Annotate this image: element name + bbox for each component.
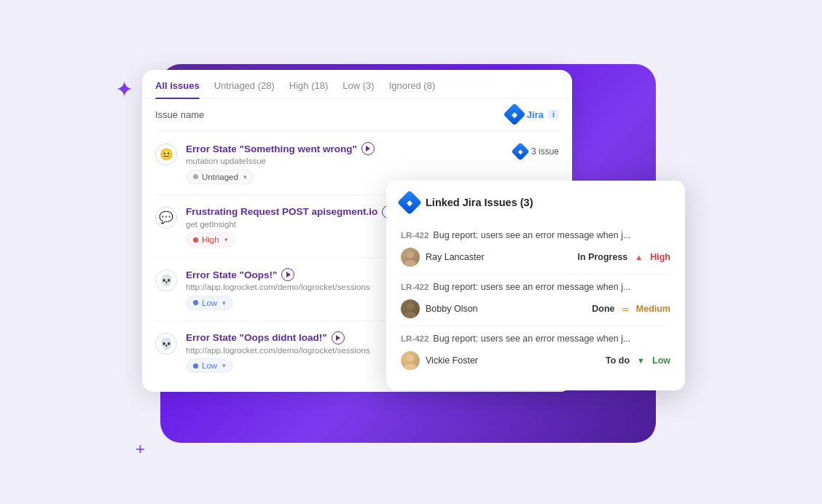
column-header: Issue name ◆ Jira i	[142, 99, 572, 128]
arrow-down-icon: ▼	[637, 356, 645, 365]
popup-title: Linked Jira Issues (3)	[426, 197, 533, 208]
plus-icon: +	[136, 440, 145, 459]
svg-point-5	[404, 363, 416, 370]
jira-popup: ◆ Linked Jira Issues (3) LR-422 Bug repo…	[386, 181, 685, 390]
play-triangle-icon	[286, 272, 291, 277]
badge-untriaged-1[interactable]: Untriaged ▾	[186, 170, 254, 184]
priority-badge-3: Low	[652, 355, 670, 366]
jira-badge: ◆ Jira i	[506, 106, 559, 122]
jira-issue-desc-3: Bug report: users see an error message w…	[433, 334, 630, 344]
arrow-up-icon: ▲	[635, 253, 643, 261]
issue-icon-1: 😐	[155, 143, 177, 165]
jira-assignee-2: Bobby Olson	[401, 299, 478, 318]
tab-untriaged[interactable]: Untriaged (28)	[214, 80, 275, 98]
issue-icon-3: 💀	[155, 269, 177, 291]
jira-status-1: In Progress	[578, 252, 628, 262]
svg-point-0	[407, 251, 414, 259]
badge-dot	[193, 300, 198, 305]
svg-point-4	[407, 355, 414, 362]
jira-label: Jira	[527, 109, 544, 120]
issue-subtitle-1: mutation updateIssue	[186, 157, 505, 165]
tab-all-issues[interactable]: All issues	[155, 80, 200, 98]
play-triangle-icon	[336, 335, 340, 341]
badge-dot	[193, 363, 198, 369]
jira-assignee-1: Ray Lancaster	[401, 248, 485, 267]
jira-status-priority-2: Done ═ Medium	[592, 304, 670, 315]
jira-issue-row-2: LR-422 Bug report: users see an error me…	[401, 275, 670, 326]
jira-info-badge: i	[548, 109, 559, 119]
jira-popup-diamond-icon: ◆	[397, 190, 422, 215]
play-triangle-icon	[366, 146, 370, 151]
tab-low[interactable]: Low (3)	[342, 80, 374, 98]
jira-status-priority-1: In Progress ▲ High	[578, 252, 670, 262]
tabs-bar: All issues Untriaged (28) High (18) Low …	[142, 70, 572, 99]
tab-high[interactable]: High (18)	[289, 80, 328, 98]
play-button-1[interactable]	[361, 142, 375, 155]
tab-ignored[interactable]: Ignored (8)	[389, 80, 436, 98]
jira-issue-desc-1: Bug report: users see an error message w…	[433, 230, 630, 240]
star-icon: ✦	[115, 79, 133, 102]
issue-title-1[interactable]: Error State "Something went wrong"	[186, 142, 505, 155]
jira-issue-id-2: LR-422	[401, 283, 428, 291]
badge-dot	[193, 237, 198, 243]
issue-content-1: Error State "Something went wrong" mutat…	[186, 142, 505, 184]
issue-icon-4: 💀	[155, 333, 177, 355]
jira-issue-id-1: LR-422	[401, 231, 428, 240]
svg-point-3	[404, 312, 416, 318]
chevron-down-icon: ▾	[222, 362, 226, 369]
jira-issue-desc-2: Bug report: users see an error message w…	[433, 282, 630, 292]
avatar-bobby	[401, 299, 420, 318]
jira-issue-meta-1: Ray Lancaster In Progress ▲ High	[401, 248, 670, 267]
jira-issue-id-3: LR-422	[401, 334, 428, 343]
jira-diamond-icon: ◆	[503, 103, 525, 125]
popup-header: ◆ Linked Jira Issues (3)	[401, 194, 670, 211]
svg-point-2	[407, 303, 414, 310]
svg-point-1	[404, 260, 416, 267]
jira-assignee-3: Vickie Foster	[401, 351, 478, 370]
divider-1	[155, 131, 559, 132]
issue-icon-2: 💬	[155, 207, 177, 229]
jira-issue-meta-3: Vickie Foster To do ▼ Low	[401, 351, 670, 370]
jira-issue-row-1: LR-422 Bug report: users see an error me…	[401, 223, 670, 275]
jira-issue-meta-2: Bobby Olson Done ═ Medium	[401, 299, 670, 318]
issue-name-column-label: Issue name	[155, 109, 204, 120]
jira-status-2: Done	[592, 304, 614, 314]
chevron-down-icon: ▾	[243, 173, 247, 181]
issue-right-1: ◆ 3 issue	[514, 142, 559, 158]
jira-issue-row-3: LR-422 Bug report: users see an error me…	[401, 326, 670, 377]
chevron-down-icon: ▾	[222, 299, 226, 307]
linked-count-1[interactable]: 3 issue	[531, 146, 559, 157]
badge-dot	[193, 174, 198, 179]
jira-diamond-small-icon: ◆	[511, 142, 529, 160]
badge-low-1[interactable]: Low ▾	[186, 296, 233, 310]
equals-icon: ═	[622, 304, 629, 315]
badge-high-1[interactable]: High ▾	[186, 232, 235, 247]
priority-badge-1: High	[650, 252, 670, 262]
play-button-4[interactable]	[332, 331, 345, 344]
priority-badge-2: Medium	[636, 304, 670, 314]
badge-low-2[interactable]: Low ▾	[186, 358, 233, 373]
avatar-ray	[401, 248, 420, 267]
chevron-down-icon: ▾	[224, 236, 228, 243]
jira-status-3: To do	[606, 355, 630, 366]
jira-status-priority-3: To do ▼ Low	[606, 355, 670, 366]
avatar-vickie	[401, 351, 420, 370]
play-button-3[interactable]	[281, 268, 294, 281]
